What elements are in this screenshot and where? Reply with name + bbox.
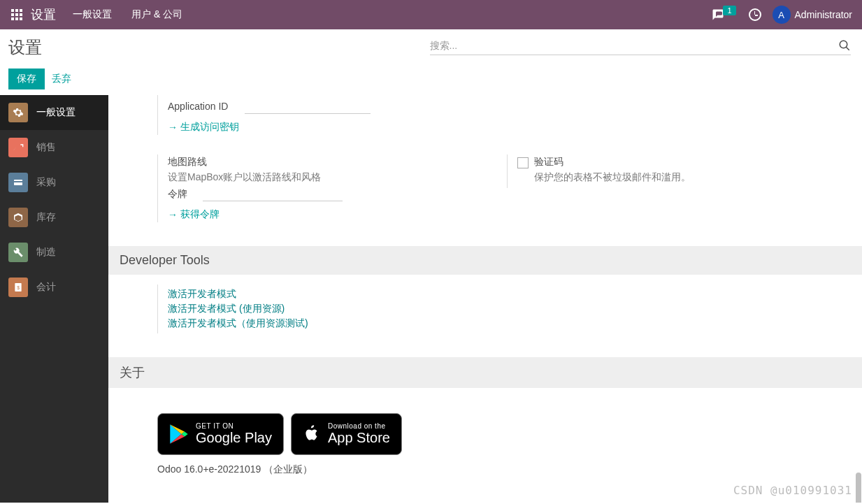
save-button[interactable]: 保存 — [8, 69, 45, 89]
get-token-link[interactable]: → 获得令牌 — [168, 208, 220, 221]
token-input[interactable] — [203, 187, 343, 201]
about-header: 关于 — [108, 357, 862, 388]
activate-dev-link[interactable]: 激活开发者模式 — [168, 288, 862, 301]
svg-rect-3 — [14, 181, 22, 182]
captcha-checkbox[interactable] — [517, 157, 529, 168]
settings-sidebar: 一般设置 销售 采购 库存 制造 $ 会计 — [0, 95, 108, 503]
search-icon[interactable] — [838, 39, 851, 52]
sidebar-item-label: 制造 — [36, 246, 56, 259]
page-title: 设置 — [8, 36, 430, 59]
control-panel: 设置 保存 丢弃 — [0, 29, 862, 95]
nav-general-settings[interactable]: 一般设置 — [63, 0, 122, 29]
wrench-icon — [8, 243, 28, 262]
sidebar-item-sales[interactable]: 销售 — [0, 130, 108, 165]
user-name: Administrator — [795, 9, 852, 20]
app-brand[interactable]: 设置 — [31, 6, 56, 23]
sidebar-item-label: 一般设置 — [36, 106, 76, 119]
sidebar-item-label: 库存 — [36, 211, 56, 224]
mapbox-desc: 设置MapBox账户以激活路线和风格 — [168, 171, 479, 184]
google-play-icon — [169, 424, 189, 445]
gear-icon — [8, 103, 28, 122]
top-navbar: 设置 一般设置 用户 & 公司 1 A Administrator — [0, 0, 862, 29]
invoice-icon: $ — [8, 278, 28, 297]
google-play-badge[interactable]: GET IT ON Google Play — [157, 413, 284, 455]
mapbox-title: 地图路线 — [168, 156, 479, 168]
activities-menu[interactable] — [743, 8, 767, 21]
message-count-badge: 1 — [723, 6, 735, 15]
nav-users-companies[interactable]: 用户 & 公司 — [122, 0, 192, 29]
sidebar-item-label: 销售 — [36, 141, 56, 154]
token-label: 令牌 — [168, 188, 196, 201]
messaging-menu[interactable]: 1 — [706, 8, 742, 21]
svg-line-1 — [846, 47, 849, 50]
chart-icon — [8, 138, 28, 157]
search-input[interactable] — [430, 40, 839, 51]
scrollbar[interactable] — [854, 193, 861, 503]
apple-icon — [303, 424, 321, 445]
arrow-right-icon: → — [168, 122, 178, 133]
apps-menu-icon[interactable] — [8, 6, 25, 23]
box-icon — [8, 208, 28, 227]
avatar: A — [773, 6, 791, 24]
app-id-label: Application ID — [168, 101, 238, 112]
sidebar-item-mrp[interactable]: 制造 — [0, 235, 108, 270]
app-store-badge[interactable]: Download on the App Store — [291, 413, 402, 455]
version-text: Odoo 16.0+e-20221019 （企业版） — [157, 463, 862, 476]
sidebar-item-purchase[interactable]: 采购 — [0, 165, 108, 200]
search-box[interactable] — [430, 36, 852, 55]
sidebar-item-inventory[interactable]: 库存 — [0, 200, 108, 235]
app-id-input[interactable] — [245, 99, 371, 114]
captcha-desc: 保护您的表格不被垃圾邮件和滥用。 — [534, 171, 828, 184]
clock-icon — [749, 8, 761, 21]
captcha-title: 验证码 — [534, 156, 828, 168]
generate-key-link[interactable]: → 生成访问密钥 — [168, 121, 239, 134]
user-menu[interactable]: A Administrator — [767, 6, 858, 24]
activate-dev-assets-link[interactable]: 激活开发者模式 (使用资源) — [168, 303, 862, 315]
sidebar-item-label: 会计 — [36, 281, 56, 294]
svg-point-0 — [840, 41, 847, 48]
card-icon — [8, 173, 28, 192]
sidebar-item-general[interactable]: 一般设置 — [0, 95, 108, 130]
sidebar-item-label: 采购 — [36, 176, 56, 189]
discard-button[interactable]: 丢弃 — [52, 73, 71, 85]
settings-content: Application ID → 生成访问密钥 地图路线 设置MapBox账户以… — [108, 95, 862, 503]
sidebar-item-accounting[interactable]: $ 会计 — [0, 270, 108, 305]
activate-dev-tests-link[interactable]: 激活开发者模式（使用资源测试) — [168, 317, 862, 330]
arrow-right-icon: → — [168, 209, 178, 220]
dev-tools-header: Developer Tools — [108, 246, 862, 275]
svg-text:$: $ — [17, 285, 20, 290]
main-area: 一般设置 销售 采购 库存 制造 $ 会计 A — [0, 95, 862, 503]
